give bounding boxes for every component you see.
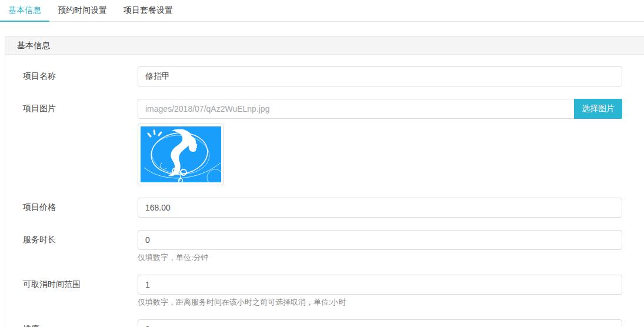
service-duration-row: 服务时长 仅填数字，单位:分钟	[23, 230, 644, 262]
choose-image-button[interactable]: 选择图片	[574, 99, 622, 119]
service-duration-input[interactable]	[138, 230, 622, 250]
beauty-salon-logo-icon	[141, 126, 221, 182]
tab-bar: 基本信息 预约时间设置 项目套餐设置	[0, 0, 644, 22]
tab-booking-time-settings[interactable]: 预约时间设置	[49, 0, 115, 21]
project-name-row: 项目名称	[23, 66, 644, 86]
cancel-range-hint: 仅填数字，距离服务时间在该小时之前可选择取消，单位:小时	[138, 298, 622, 307]
panel-title: 基本信息	[5, 36, 644, 55]
project-image-row: 项目图片 选择图片	[23, 99, 644, 185]
sort-row: 排序	[23, 319, 644, 327]
project-image-path-input[interactable]	[138, 99, 574, 119]
basic-info-panel: 基本信息 项目名称 项目图片 选择图片	[5, 36, 644, 327]
tab-package-settings[interactable]: 项目套餐设置	[115, 0, 181, 21]
project-image-thumbnail[interactable]	[138, 124, 224, 185]
cancel-range-row: 可取消时间范围 仅填数字，距离服务时间在该小时之前可选择取消，单位:小时	[23, 275, 644, 307]
project-price-input[interactable]	[138, 198, 622, 218]
basic-info-form: 项目名称 项目图片 选择图片	[5, 55, 644, 327]
service-duration-hint: 仅填数字，单位:分钟	[138, 253, 622, 262]
sort-label: 排序	[23, 319, 138, 327]
project-name-input[interactable]	[138, 66, 622, 86]
cancel-range-input[interactable]	[138, 275, 622, 295]
cancel-range-label: 可取消时间范围	[23, 275, 138, 307]
service-duration-label: 服务时长	[23, 230, 138, 262]
sort-input[interactable]	[138, 319, 622, 327]
project-name-label: 项目名称	[23, 66, 138, 86]
project-image-label: 项目图片	[23, 99, 138, 185]
project-price-row: 项目价格	[23, 198, 644, 218]
project-price-label: 项目价格	[23, 198, 138, 218]
tab-basic-info[interactable]: 基本信息	[0, 0, 49, 21]
